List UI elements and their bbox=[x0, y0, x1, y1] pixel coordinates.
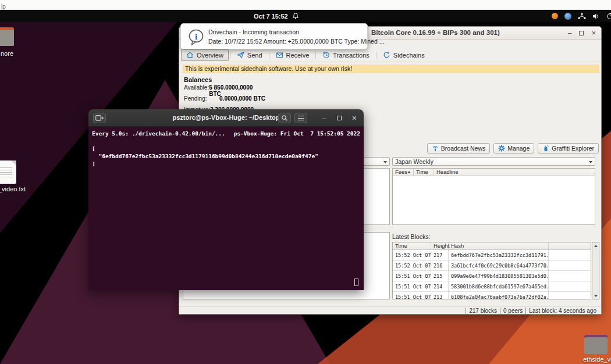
terminal-search-button[interactable] bbox=[278, 113, 291, 123]
window-controls: – × bbox=[568, 27, 596, 40]
broadcast-news-button[interactable]: Broadcast News bbox=[427, 143, 490, 154]
blocks-scrollbar[interactable] bbox=[592, 242, 599, 299]
watch-command: Every 5.0s: ./drivechain-0.42.00/bin/... bbox=[92, 130, 225, 137]
scroll-up-icon[interactable] bbox=[592, 242, 599, 249]
info-bubble-icon: i bbox=[187, 28, 205, 46]
minimize-button[interactable]: – bbox=[568, 30, 572, 36]
text-file-icon bbox=[0, 160, 16, 184]
tab-separator bbox=[269, 52, 269, 59]
folder-icon bbox=[0, 27, 14, 46]
block-row[interactable]: 15:52 Oct 07 217 6efbdd767e2fbc53a23332f… bbox=[393, 250, 591, 260]
bell-icon bbox=[292, 12, 299, 20]
clock-history-icon bbox=[322, 51, 330, 59]
status-peers: 0 peers bbox=[500, 308, 525, 314]
bitcoin-indicator-icon[interactable] bbox=[552, 13, 558, 19]
clipped-menubar-strip: lp bbox=[0, 0, 611, 10]
block-row[interactable]: 15:51 Oct 07 213 6108fa2a04ac76aabf073a7… bbox=[393, 292, 591, 299]
window-title: Bitcoin Core 0.16.99 + BIPs 300 and 301) bbox=[371, 29, 500, 36]
tab-separator bbox=[376, 52, 376, 59]
balances-heading: Balances bbox=[184, 76, 212, 83]
gear-icon bbox=[498, 145, 505, 152]
hamburger-menu-icon bbox=[298, 116, 304, 120]
column-hash[interactable]: Hash bbox=[449, 242, 549, 249]
tab-separator bbox=[230, 52, 230, 59]
terminal-cursor bbox=[354, 279, 358, 286]
chevron-down-icon bbox=[589, 161, 592, 163]
maximize-button[interactable] bbox=[579, 31, 584, 35]
top-bar: Oct 7 15:52 bbox=[0, 10, 611, 22]
notification-popup[interactable]: i Drivechain - Incoming transaction Date… bbox=[180, 23, 368, 49]
tab-overview[interactable]: Overview bbox=[181, 49, 229, 61]
refresh-icon bbox=[383, 51, 390, 59]
desktop-icon-label: nore bbox=[1, 50, 13, 57]
latest-blocks-heading: Latest Blocks: bbox=[392, 233, 430, 240]
chevron-down-icon bbox=[383, 161, 387, 163]
news-toolbar: Broadcast News Manage bbox=[392, 143, 599, 154]
home-icon bbox=[186, 51, 194, 59]
broadcast-icon bbox=[432, 145, 439, 152]
sort-ascending-icon bbox=[407, 171, 411, 173]
column-time[interactable]: Time bbox=[393, 242, 431, 249]
terminal-titlebar[interactable]: psztorc@ps-Vbox-Huge: ~/Desktop – × bbox=[88, 109, 364, 127]
terminal-menu-button[interactable] bbox=[294, 113, 307, 123]
terminal-output-line: "6efbdd767e2fbc53a23332fcc3d1179116b99d0… bbox=[92, 152, 360, 160]
tab-sidechains[interactable]: Sidechains bbox=[378, 49, 430, 61]
volume-icon[interactable] bbox=[592, 13, 600, 20]
blocks-table-header: Time Height Hash bbox=[393, 242, 591, 250]
power-icon[interactable] bbox=[606, 12, 611, 20]
tab-bar: Overview Send Receive bbox=[181, 49, 430, 61]
network-nodes-icon[interactable] bbox=[578, 13, 586, 20]
desktop-icon-folder[interactable] bbox=[584, 335, 608, 354]
terminal-minimize-button[interactable]: – bbox=[322, 109, 326, 127]
watch-header-line: Every 5.0s: ./drivechain-0.42.00/bin/...… bbox=[92, 130, 360, 137]
terminal-window: psztorc@ps-Vbox-Huge: ~/Desktop – × Ever… bbox=[88, 109, 364, 290]
clock-menu[interactable]: Oct 7 15:52 bbox=[254, 10, 299, 22]
column-time[interactable]: Time bbox=[414, 169, 434, 176]
clock-text: Oct 7 15:52 bbox=[254, 13, 288, 20]
tabbar-divider bbox=[179, 62, 601, 62]
tab-send[interactable]: Send bbox=[232, 49, 268, 61]
system-tray bbox=[552, 10, 611, 22]
status-blocks: 217 blocks bbox=[466, 308, 500, 314]
envelope-icon bbox=[276, 51, 283, 59]
column-fees[interactable]: Fees bbox=[393, 169, 414, 176]
graffiti-explorer-button[interactable]: Graffiti Explorer bbox=[538, 143, 599, 154]
terminal-output-line: ] bbox=[92, 160, 360, 167]
column-headline[interactable]: Headline bbox=[434, 169, 595, 176]
latest-blocks-table: Time Height Hash 15:52 Oct 07 217 6efbdd… bbox=[392, 242, 591, 299]
tab-separator bbox=[315, 52, 316, 59]
svg-text:i: i bbox=[195, 32, 197, 41]
notification-body: Date: 10/7/22 15:52 Amount: +25.0000,000… bbox=[208, 38, 384, 45]
pending-balance: 0.0000,0000 BTC bbox=[219, 95, 265, 102]
experimental-warning-banner: This is experimental sidechain software.… bbox=[183, 65, 599, 73]
desktop-icon-folder[interactable] bbox=[0, 27, 14, 46]
desktop-icon-label: _video.txt bbox=[0, 185, 26, 192]
block-row[interactable]: 15:52 Oct 07 216 3a61bcfc4f0c69c29c0b8c6… bbox=[393, 260, 591, 271]
desktop-icon-file[interactable] bbox=[0, 160, 16, 184]
news-table-header: Fees Time Headline bbox=[393, 169, 595, 176]
terminal-maximize-button[interactable] bbox=[337, 109, 342, 127]
paper-plane-icon bbox=[237, 51, 244, 59]
status-last-block: Last block: 4 seconds ago bbox=[525, 308, 599, 314]
block-row[interactable]: 15:51 Oct 07 215 099a9e0e47f99b4d1830855… bbox=[393, 271, 591, 281]
search-icon bbox=[281, 115, 288, 122]
spray-can-icon bbox=[542, 145, 549, 152]
clipped-menu-text: lp bbox=[1, 3, 6, 10]
feed-select[interactable]: Japan Weekly bbox=[392, 157, 595, 166]
status-bar: 217 blocks 0 peers Last block: 4 seconds… bbox=[179, 306, 601, 315]
close-button[interactable]: × bbox=[591, 30, 596, 37]
terminal-output-line: [ bbox=[92, 145, 360, 152]
block-row[interactable]: 15:51 Oct 07 214 583001b8d6e88bfcda61597… bbox=[393, 281, 591, 292]
terminal-content[interactable]: Every 5.0s: ./drivechain-0.42.00/bin/...… bbox=[88, 127, 364, 290]
tab-transactions[interactable]: Transactions bbox=[317, 49, 375, 61]
watch-host-time: ps-Vbox-Huge: Fri Oct 7 15:52:05 2022 bbox=[234, 130, 360, 137]
desktop: lp Oct 7 15:52 bbox=[0, 0, 611, 364]
app-indicator-icon[interactable] bbox=[564, 13, 571, 20]
terminal-close-button[interactable]: × bbox=[352, 109, 357, 127]
tab-receive[interactable]: Receive bbox=[271, 49, 315, 61]
scroll-down-icon[interactable] bbox=[592, 292, 599, 299]
news-table: Fees Time Headline bbox=[392, 168, 595, 225]
column-height[interactable]: Height bbox=[431, 242, 449, 249]
desktop-icon-label: ethside_vide bbox=[583, 356, 611, 363]
manage-button[interactable]: Manage bbox=[493, 143, 534, 154]
